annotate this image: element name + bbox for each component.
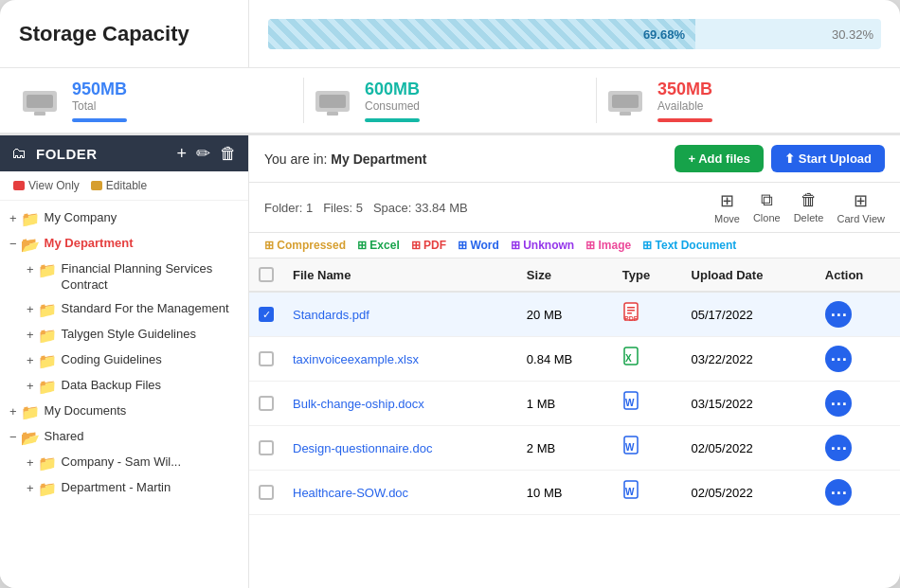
file-name-link[interactable]: Standards.pdf xyxy=(293,308,369,322)
tree-label: Coding Guidelines xyxy=(62,352,162,368)
tree-item-my-company[interactable]: + 📁 My Company xyxy=(0,206,248,232)
clone-label: Clone xyxy=(753,212,781,223)
folder-icon-yellow: 📁 xyxy=(38,480,57,498)
svg-rect-12 xyxy=(627,312,632,314)
row-size-cell: 2 MB xyxy=(517,426,613,471)
move-label: Move xyxy=(714,213,740,224)
tree-item-company-sam[interactable]: + 📁 Company - Sam Wil... xyxy=(0,451,248,476)
tree-label: Talygen Style Guidelines xyxy=(62,327,196,343)
stat-total-label: Total xyxy=(72,99,127,113)
divider-1 xyxy=(303,78,304,123)
clone-button[interactable]: ⧉ Clone xyxy=(753,190,781,224)
expand-icon: + xyxy=(9,211,17,225)
tree-item-my-department[interactable]: − 📂 My Department xyxy=(0,232,248,258)
filter-pdf[interactable]: ⊞ PDF xyxy=(411,239,446,252)
expand-icon: + xyxy=(27,302,34,316)
space-info: Space: 33.84 MB xyxy=(373,201,468,215)
delete-button[interactable]: 🗑 Delete xyxy=(794,190,824,224)
add-folder-icon[interactable]: + xyxy=(176,144,187,164)
expand-icon: + xyxy=(27,379,34,393)
row-checkbox-cell xyxy=(249,337,283,382)
tree-item-dept-martin[interactable]: + 📁 Department - Martin xyxy=(0,476,248,502)
legend-view-only-label: View Only xyxy=(28,179,80,192)
tree-item-talygen[interactable]: + 📁 Talygen Style Guidelines xyxy=(0,323,248,348)
content-header: You are in: My Department + Add files ⬆ … xyxy=(249,135,900,183)
filter-compressed[interactable]: ⊞ Compressed xyxy=(264,239,346,252)
table-row: taxinvoiceexample.xlsx 0.84 MB X 03/22/2… xyxy=(249,337,900,382)
content-header-actions: + Add files ⬆ Start Upload xyxy=(675,145,885,172)
filter-unknown[interactable]: ⊞ Unknown xyxy=(511,239,574,252)
row-action-cell: ⋯ xyxy=(816,426,900,471)
card-view-button[interactable]: ⊞ Card View xyxy=(837,190,885,224)
row-checkbox[interactable] xyxy=(259,396,274,411)
action-menu-button[interactable]: ⋯ xyxy=(825,301,852,328)
folder-icon-red: 📁 xyxy=(38,378,57,396)
table-row: Standards.pdf 20 MB PDF 05/17/2022 ⋯ xyxy=(249,292,900,337)
col-size: Size xyxy=(517,258,613,292)
expand-icon: + xyxy=(27,455,34,470)
row-checkbox[interactable] xyxy=(259,485,274,500)
row-date-cell: 05/17/2022 xyxy=(682,292,816,337)
clone-icon: ⧉ xyxy=(761,190,773,210)
row-type-cell: PDF xyxy=(613,292,682,337)
stat-available: 350MB Available xyxy=(604,80,881,122)
file-name-link[interactable]: Bulk-change-oship.docx xyxy=(293,397,424,411)
expand-icon: − xyxy=(9,430,17,444)
tree-item-shared[interactable]: − 📂 Shared xyxy=(0,425,248,451)
select-all-checkbox[interactable] xyxy=(259,267,274,282)
filter-text-doc[interactable]: ⊞ Text Document xyxy=(642,239,736,252)
consumed-icon xyxy=(312,83,353,117)
storage-pct-used: 69.68% xyxy=(643,27,685,41)
filter-image[interactable]: ⊞ Image xyxy=(585,239,631,252)
row-type-cell: W xyxy=(613,471,682,515)
filter-word[interactable]: ⊞ Word xyxy=(458,239,499,252)
subheader-actions: ⊞ Move ⧉ Clone 🗑 Delete ⊞ Card View xyxy=(714,190,885,224)
tree-item-financial-planning[interactable]: + 📁 Financial Planning Services Contract xyxy=(0,258,248,297)
filter-excel[interactable]: ⊞ Excel xyxy=(357,239,400,252)
move-button[interactable]: ⊞ Move xyxy=(714,190,740,224)
svg-text:W: W xyxy=(625,487,635,497)
svg-text:X: X xyxy=(625,353,632,364)
delete-folder-icon[interactable]: 🗑 xyxy=(220,144,237,164)
row-action-cell: ⋯ xyxy=(816,337,900,382)
sidebar-legend: View Only Editable xyxy=(0,171,248,201)
row-filename-cell: Bulk-change-oship.docx xyxy=(283,382,517,426)
tree-item-standard[interactable]: + 📁 Standard For the Management xyxy=(0,297,248,323)
row-checkbox[interactable] xyxy=(259,307,274,322)
file-name-link[interactable]: Design-questionnaire.doc xyxy=(293,441,432,455)
action-menu-button[interactable]: ⋯ xyxy=(825,479,852,506)
legend-editable-label: Editable xyxy=(106,179,147,192)
tree-label-active: My Department xyxy=(45,236,134,252)
row-checkbox-cell xyxy=(249,382,283,426)
row-date-cell: 03/15/2022 xyxy=(682,382,816,426)
table-row: Healthcare-SOW.doc 10 MB W 02/05/2022 ⋯ xyxy=(249,471,900,515)
folder-icon-blue: 📂 xyxy=(21,429,40,447)
row-checkbox[interactable] xyxy=(259,351,274,366)
sidebar: 🗂 FOLDER + ✏ 🗑 View Only Editable xyxy=(0,135,249,588)
delete-label: Delete xyxy=(794,212,824,223)
folder-icon-blue: 📁 xyxy=(21,210,40,228)
start-upload-button[interactable]: ⬆ Start Upload xyxy=(771,145,885,172)
row-date-cell: 03/22/2022 xyxy=(682,337,816,382)
divider-2 xyxy=(596,78,597,123)
file-name-link[interactable]: Healthcare-SOW.doc xyxy=(293,486,408,500)
stat-total: 950MB Total xyxy=(19,80,296,122)
tree-item-data-backup[interactable]: + 📁 Data Backup Files xyxy=(0,374,248,400)
sidebar-tree: + 📁 My Company − 📂 My Department + 📁 Fin… xyxy=(0,201,248,588)
svg-text:W: W xyxy=(625,442,635,453)
col-filename: File Name xyxy=(283,258,517,292)
tree-item-my-documents[interactable]: + 📁 My Documents xyxy=(0,400,248,425)
row-date-cell: 02/05/2022 xyxy=(682,426,816,471)
action-menu-button[interactable]: ⋯ xyxy=(825,346,852,372)
edit-folder-icon[interactable]: ✏ xyxy=(196,143,210,164)
add-files-button[interactable]: + Add files xyxy=(675,145,764,172)
header-left: Storage Capacity xyxy=(0,0,249,67)
tree-item-coding[interactable]: + 📁 Coding Guidelines xyxy=(0,348,248,374)
row-size-cell: 10 MB xyxy=(517,471,613,515)
row-checkbox[interactable] xyxy=(259,440,274,455)
stat-consumed-bar xyxy=(365,118,420,122)
svg-rect-1 xyxy=(27,95,53,108)
file-name-link[interactable]: taxinvoiceexample.xlsx xyxy=(293,352,419,366)
action-menu-button[interactable]: ⋯ xyxy=(825,390,852,417)
action-menu-button[interactable]: ⋯ xyxy=(825,435,852,461)
